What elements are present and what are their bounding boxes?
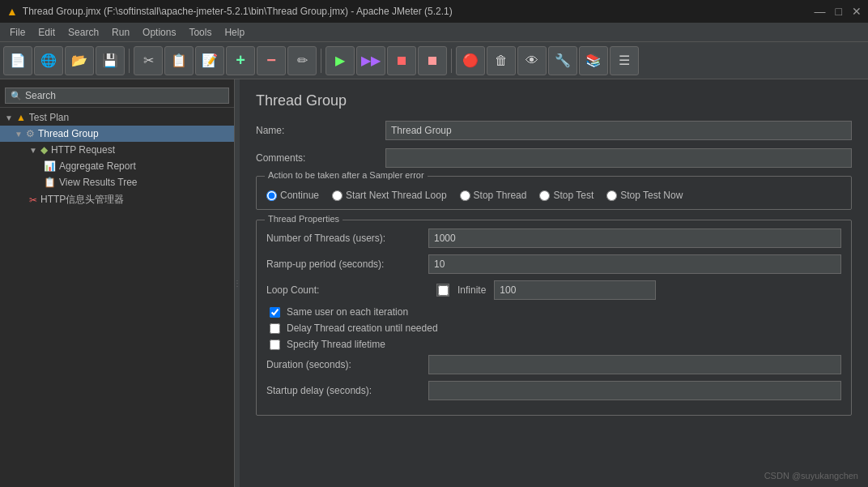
toolbar-new[interactable]: 📄 [3,46,32,75]
aggregate-report-icon: 📊 [44,160,56,172]
toolbar-start-no-pause[interactable]: ▶▶ [356,46,385,75]
toolbar-stop[interactable]: ⏹ [387,46,416,75]
delay-thread-label: Delay Thread creation until needed [287,323,438,334]
toolbar-clear[interactable]: 🔴 [456,46,485,75]
name-input[interactable] [385,121,852,140]
toolbar-start[interactable]: ▶ [326,46,355,75]
search-icon: 🔍 [11,91,22,101]
delay-thread-row: Delay Thread creation until needed [266,323,841,334]
thread-properties-legend: Thread Properties [265,214,343,224]
page-title: Thread Group [256,92,852,109]
action-section: Action to be taken after a Sampler error… [256,176,852,210]
radio-start-next-input[interactable] [332,190,343,201]
menu-edit[interactable]: Edit [32,25,62,40]
startup-delay-row: Startup delay (seconds): [266,381,841,400]
radio-continue-input[interactable] [266,190,277,201]
toolbar-remove[interactable]: − [257,46,286,75]
name-label: Name: [256,125,385,136]
infinite-label: Infinite [457,284,486,296]
title-text: Thread Group.jmx (F:\softinstall\apache-… [23,6,810,17]
radio-stop-thread[interactable]: Stop Thread [460,190,527,201]
startup-delay-input[interactable] [428,381,841,400]
sidebar-item-label: HTTP信息头管理器 [40,193,124,207]
sidebar-item-thread-group[interactable]: ▼ ⚙ Thread Group [0,126,234,142]
toolbar-save[interactable]: 💾 [96,46,125,75]
toolbar-browse[interactable]: 👁 [517,46,547,75]
duration-input[interactable] [428,355,841,374]
toolbar-copy[interactable]: 📋 [164,46,194,75]
radio-start-next[interactable]: Start Next Thread Loop [332,190,447,201]
radio-stop-test-label: Stop Test [553,190,594,201]
sidebar-item-label: Test Plan [29,112,69,123]
toolbar-options[interactable]: 🔧 [548,46,577,75]
infinite-checkbox[interactable] [436,284,449,297]
infinite-checkbox-input[interactable] [438,285,449,296]
radio-stop-test[interactable]: Stop Test [539,190,594,201]
loop-count-input[interactable] [494,280,656,300]
window-controls: — □ ✕ [815,5,862,18]
watermark: CSDN @suyukangchen [764,471,858,481]
menu-search[interactable]: Search [62,25,105,40]
radio-stop-test-now-input[interactable] [606,190,617,201]
thread-group-icon: ⚙ [26,128,35,139]
sidebar-item-label: Thread Group [38,128,99,139]
toolbar-edit[interactable]: ✏ [287,46,317,75]
expand-arrow: ▼ [29,146,37,155]
toolbar-last[interactable]: ☰ [610,46,639,75]
rampup-label: Ramp-up period (seconds): [266,258,428,270]
toolbar-add[interactable]: + [226,46,255,75]
rampup-input[interactable] [428,254,841,274]
sidebar-search-input[interactable] [25,90,90,101]
menu-options[interactable]: Options [136,25,182,40]
sidebar-item-aggregate-report[interactable]: 📊 Aggregate Report [0,158,234,174]
radio-stop-thread-input[interactable] [460,190,470,201]
comments-input[interactable] [385,148,852,168]
menu-run[interactable]: Run [105,25,136,40]
menu-tools[interactable]: Tools [182,25,218,40]
menu-help[interactable]: Help [218,25,251,40]
http-request-icon: ◆ [40,144,48,156]
sidebar-item-test-plan[interactable]: ▼ ▲ Test Plan [0,109,234,126]
toolbar-templates[interactable]: 🌐 [34,46,63,75]
loop-count-label: Loop Count: [266,284,428,296]
content-panel: Thread Group Name: Comments: Action to b… [240,79,868,487]
sidebar-item-http-header-manager[interactable]: ✂ HTTP信息头管理器 [0,190,234,209]
title-bar: ▲ Thread Group.jmx (F:\softinstall\apach… [0,0,868,23]
sidebar-item-label: HTTP Request [51,144,115,156]
same-user-row: Same user on each iteration [266,306,841,318]
sidebar-item-label: View Results Tree [59,177,138,188]
toolbar-shutdown[interactable]: ⏹ [418,46,447,75]
radio-continue-label: Continue [280,190,319,201]
rampup-row: Ramp-up period (seconds): [266,254,841,274]
duration-row: Duration (seconds): [266,355,841,374]
toolbar-log-viewer[interactable]: 📚 [579,46,608,75]
test-plan-icon: ▲ [16,112,26,123]
toolbar-cut[interactable]: ✂ [134,46,163,75]
toolbar: 📄 🌐 📂 💾 ✂ 📋 📝 + − ✏ ▶ ▶▶ ⏹ ⏹ 🔴 🗑 👁 🔧 📚 ☰ [0,42,868,79]
num-threads-input[interactable] [428,229,841,248]
menu-file[interactable]: File [3,25,32,40]
action-radio-group: Continue Start Next Thread Loop Stop Thr… [266,185,841,201]
toolbar-clear-all[interactable]: 🗑 [487,46,516,75]
main-layout: 🔍 ▼ ▲ Test Plan ▼ ⚙ Thread Group ▼ ◆ HTT… [0,79,868,487]
delay-thread-checkbox[interactable] [270,323,280,334]
close-button[interactable]: ✕ [852,5,862,18]
minimize-button[interactable]: — [815,5,826,18]
num-threads-label: Number of Threads (users): [266,233,428,244]
maximize-button[interactable]: □ [836,5,842,18]
name-row: Name: [256,121,852,140]
radio-stop-test-now[interactable]: Stop Test Now [606,190,683,201]
toolbar-paste[interactable]: 📝 [195,46,224,75]
loop-count-row: Loop Count: Infinite [266,280,841,300]
radio-stop-test-input[interactable] [539,190,550,201]
duration-label: Duration (seconds): [266,359,428,370]
radio-continue[interactable]: Continue [266,190,319,201]
specify-lifetime-checkbox[interactable] [270,340,280,350]
toolbar-open[interactable]: 📂 [65,46,94,75]
expand-arrow: ▼ [15,130,23,139]
comments-row: Comments: [256,148,852,168]
comments-label: Comments: [256,152,385,164]
sidebar-item-http-request[interactable]: ▼ ◆ HTTP Request [0,142,234,158]
sidebar-item-view-results-tree[interactable]: 📋 View Results Tree [0,174,234,190]
same-user-checkbox[interactable] [270,307,280,318]
